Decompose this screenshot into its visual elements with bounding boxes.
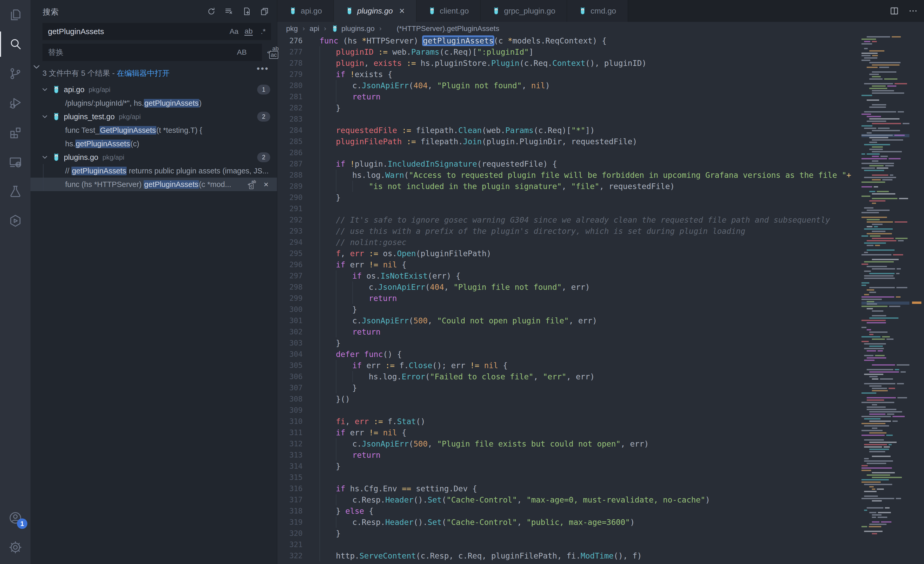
code-line[interactable]: 322http.ServeContent(c.Resp, c.Req, plug… xyxy=(277,550,860,561)
code-line[interactable]: 313return xyxy=(277,449,860,461)
whole-word-icon[interactable]: ab xyxy=(243,25,255,37)
clear-search-results-icon[interactable] xyxy=(224,6,235,17)
code-line[interactable]: 284requestedFile := filepath.Clean(web.P… xyxy=(277,125,860,136)
code-line[interactable]: 308}() xyxy=(277,393,860,405)
code-line[interactable]: 281return xyxy=(277,91,860,102)
code-line[interactable]: 304defer func() { xyxy=(277,349,860,360)
activity-bar-item-hexagon-tool[interactable] xyxy=(0,206,30,235)
code-line[interactable]: 293// use this with a prefix of the plug… xyxy=(277,226,860,237)
code-line[interactable]: 282} xyxy=(277,102,860,114)
line-number: 291 xyxy=(277,204,303,213)
code-line[interactable]: 315 xyxy=(277,472,860,483)
code-line[interactable]: 310fi, err := f.Stat() xyxy=(277,416,860,427)
code-line[interactable]: 278plugin, exists := hs.pluginStore.Plug… xyxy=(277,58,860,69)
code-line[interactable]: 316if hs.Cfg.Env == setting.Dev { xyxy=(277,483,860,494)
code-line[interactable]: 305if err := f.Close(); err != nil { xyxy=(277,360,860,371)
code-line[interactable]: 276func (hs *HTTPServer) getPluginAssets… xyxy=(277,35,860,46)
code-line[interactable]: 320} xyxy=(277,528,860,539)
preserve-case-icon[interactable]: AB xyxy=(236,46,248,58)
breadcrumb-item[interactable]: pkg xyxy=(286,24,298,33)
code-line[interactable]: 277pluginID := web.Params(c.Req)[":plugi… xyxy=(277,46,860,58)
search-result-match-row[interactable]: // getPluginAssets returns public plugin… xyxy=(30,164,277,178)
search-result-file-row[interactable]: plugins.gopkg/api2 xyxy=(30,151,277,164)
activity-bar-item-remote-explorer[interactable] xyxy=(0,147,30,177)
toggle-replace-chevron-icon[interactable] xyxy=(32,62,41,72)
dismiss-match-icon[interactable]: × xyxy=(261,179,271,190)
code-line[interactable]: 291 xyxy=(277,203,860,214)
code-line[interactable]: 321 xyxy=(277,539,860,550)
code-line[interactable]: 317c.Resp.Header().Set("Cache-Control", … xyxy=(277,494,860,506)
open-in-editor-icon[interactable] xyxy=(259,6,270,17)
minimap[interactable] xyxy=(861,34,909,554)
code-line[interactable]: 296if err != nil { xyxy=(277,259,860,270)
tab-plugins.go[interactable]: plugins.go× xyxy=(334,0,416,22)
activity-bar-item-explorer[interactable] xyxy=(0,0,30,30)
code-line[interactable]: 286 xyxy=(277,147,860,158)
code-line[interactable]: 279if !exists { xyxy=(277,69,860,80)
go-file-icon xyxy=(345,7,354,15)
tab-api.go[interactable]: api.go xyxy=(277,0,334,22)
code-line[interactable]: 312c.JsonApiErr(500, "Plugin file exists… xyxy=(277,438,860,449)
search-controls: Aa ab .* AB ab⤷ac ••• xyxy=(30,23,277,61)
code-line[interactable]: 292// It's safe to ignore gosec warning … xyxy=(277,214,860,226)
tab-client.go[interactable]: client.go xyxy=(416,0,481,22)
code-line[interactable]: 294// nolint:gosec xyxy=(277,237,860,248)
open-in-editor-link[interactable]: 在编辑器中打开 xyxy=(117,69,170,77)
code-line[interactable]: 280c.JsonApiErr(404, "Plugin not found",… xyxy=(277,80,860,91)
search-result-match-row[interactable]: func (hs *HTTPServer) getPluginAssets(c … xyxy=(30,178,277,191)
regex-icon[interactable]: .* xyxy=(257,25,269,37)
go-file-icon xyxy=(289,7,297,15)
code-line[interactable]: 295f, err := os.Open(pluginFilePath) xyxy=(277,248,860,259)
code-line[interactable]: 290} xyxy=(277,192,860,203)
code-line[interactable]: 318} else { xyxy=(277,506,860,517)
code-line[interactable]: 309 xyxy=(277,405,860,416)
search-result-file-row[interactable]: api.gopkg/api1 xyxy=(30,83,277,96)
code-line[interactable]: 303} xyxy=(277,337,860,349)
toggle-search-details-icon[interactable]: ••• xyxy=(256,64,269,73)
code-line[interactable]: 314} xyxy=(277,461,860,472)
code-line[interactable]: 311if err != nil { xyxy=(277,427,860,438)
tab-cmd.go[interactable]: cmd.go xyxy=(567,0,628,22)
replace-all-icon[interactable]: ab⤷ac xyxy=(267,46,284,59)
code-line[interactable]: 288hs.log.Warn("Access to requested plug… xyxy=(277,169,860,181)
code-line[interactable]: 297if os.IsNotExist(err) { xyxy=(277,270,860,281)
gear-icon xyxy=(8,540,22,555)
search-result-match-row[interactable]: hs.getPluginAssets(c) xyxy=(30,137,277,151)
activity-bar-item-testing[interactable] xyxy=(0,177,30,206)
match-text: /plugins/:pluginId/*", hs.getPluginAsset… xyxy=(65,99,202,108)
code-line[interactable]: 301c.JsonApiErr(500, "Could not open plu… xyxy=(277,315,860,326)
activity-bar-item-settings[interactable] xyxy=(0,533,30,562)
open-new-search-editor-icon[interactable] xyxy=(241,6,252,17)
refresh-icon[interactable] xyxy=(206,6,217,17)
search-result-match-row[interactable]: /plugins/:pluginId/*", hs.getPluginAsset… xyxy=(30,96,277,110)
code-line[interactable]: 287if !plugin.IncludedInSignature(reques… xyxy=(277,158,860,169)
code-line[interactable]: 289"is not included in the plugin signat… xyxy=(277,181,860,192)
code-line[interactable]: 306hs.log.Error("Failed to close file", … xyxy=(277,371,860,382)
activity-bar-item-extensions[interactable] xyxy=(0,118,30,147)
replace-match-icon[interactable]: ab⤷c xyxy=(246,179,256,190)
activity-bar-item-source-control[interactable] xyxy=(0,59,30,88)
search-result-match-row[interactable]: func Test_GetPluginAssets(t *testing.T) … xyxy=(30,123,277,137)
breadcrumb-item[interactable]: plugins.go xyxy=(331,24,375,33)
breadcrumb-item[interactable]: api xyxy=(310,24,319,33)
activity-bar-item-search[interactable] xyxy=(0,30,30,59)
code-line[interactable]: 298c.JsonApiErr(404, "Plugin file not fo… xyxy=(277,281,860,293)
code-line[interactable]: 302return xyxy=(277,326,860,337)
breadcrumb-item[interactable]: (*HTTPServer).getPluginAssets xyxy=(386,24,499,33)
code-line[interactable]: 299return xyxy=(277,293,860,304)
tab-grpc_plugin.go[interactable]: grpc_plugin.go xyxy=(480,0,567,22)
search-result-file-row[interactable]: plugins_test.gopkg/api2 xyxy=(30,110,277,123)
match-case-icon[interactable]: Aa xyxy=(228,25,240,37)
code-line[interactable]: 319c.Resp.Header().Set("Cache-Control", … xyxy=(277,517,860,528)
match-count-badge: 2 xyxy=(257,152,270,162)
activity-bar-item-run-debug[interactable] xyxy=(0,88,30,118)
close-tab-icon[interactable]: × xyxy=(399,6,405,16)
code-editor[interactable]: 276func (hs *HTTPServer) getPluginAssets… xyxy=(277,35,860,564)
code-line[interactable]: 300} xyxy=(277,304,860,315)
code-line[interactable]: 283 xyxy=(277,114,860,125)
replace-input[interactable] xyxy=(42,44,262,61)
split-editor-icon[interactable] xyxy=(888,5,900,16)
code-line[interactable]: 307} xyxy=(277,382,860,393)
activity-bar-item-accounts[interactable]: 1 xyxy=(0,503,30,533)
code-line[interactable]: 285pluginFilePath := filepath.Join(plugi… xyxy=(277,136,860,147)
